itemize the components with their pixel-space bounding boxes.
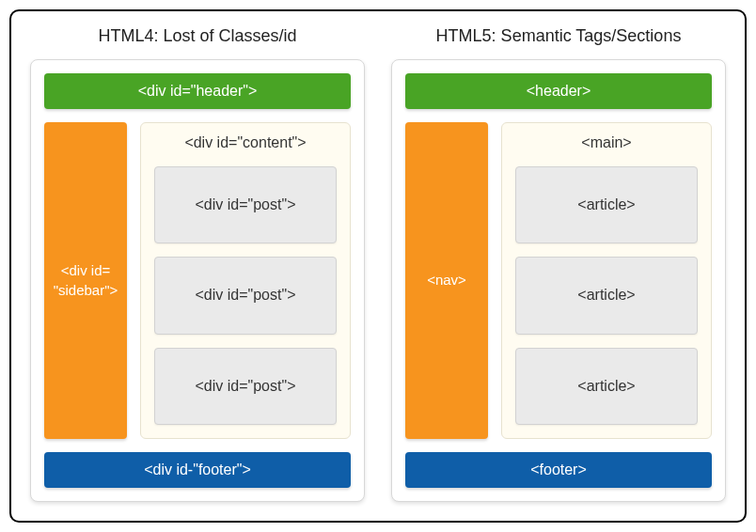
left-panel: <div id="header"> <div id= "sidebar"> <d… — [30, 59, 365, 502]
diagram-frame: HTML4: Lost of Classes/id <div id="heade… — [9, 9, 747, 523]
html4-content-block: <div id="content"> <div id="post"> <div … — [140, 122, 351, 439]
html5-main-label: <main> — [515, 134, 698, 151]
right-panel: <header> <nav> <main> <article> <article… — [391, 59, 726, 502]
html5-article-block: <article> — [515, 257, 698, 334]
html4-header-block: <div id="header"> — [44, 73, 351, 109]
left-column: HTML4: Lost of Classes/id <div id="heade… — [30, 26, 365, 502]
left-title: HTML4: Lost of Classes/id — [30, 26, 365, 46]
html4-post-block: <div id="post"> — [154, 348, 337, 425]
left-middle-row: <div id= "sidebar"> <div id="content"> <… — [44, 122, 351, 439]
html4-post-block: <div id="post"> — [154, 257, 337, 334]
right-title: HTML5: Semantic Tags/Sections — [391, 26, 726, 46]
html5-header-block: <header> — [405, 73, 712, 109]
html5-footer-block: <footer> — [405, 452, 712, 488]
html4-footer-block: <div id-"footer"> — [44, 452, 351, 488]
right-column: HTML5: Semantic Tags/Sections <header> <… — [391, 26, 726, 502]
html5-nav-block: <nav> — [405, 122, 488, 439]
html5-article-block: <article> — [515, 348, 698, 425]
html4-sidebar-block: <div id= "sidebar"> — [44, 122, 127, 439]
right-middle-row: <nav> <main> <article> <article> <articl… — [405, 122, 712, 439]
html5-article-block: <article> — [515, 166, 698, 243]
html5-main-block: <main> <article> <article> <article> — [501, 122, 712, 439]
html4-post-block: <div id="post"> — [154, 166, 337, 243]
html4-content-label: <div id="content"> — [154, 134, 337, 151]
